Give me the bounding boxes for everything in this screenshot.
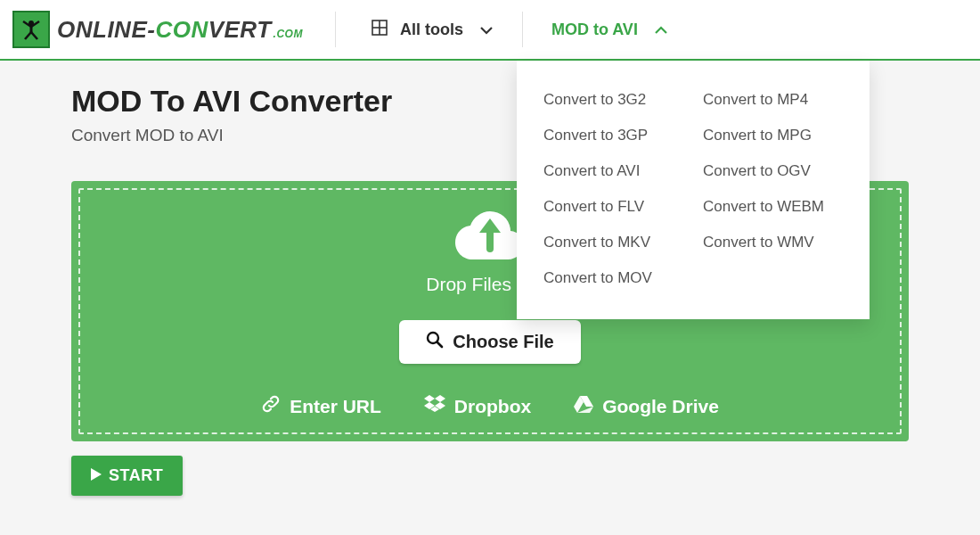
chevron-down-icon (479, 21, 494, 39)
dropdown-item[interactable]: Convert to AVI (543, 153, 685, 189)
svg-line-5 (31, 32, 37, 39)
google-drive-option[interactable]: Google Drive (574, 394, 719, 418)
logo-badge-icon (12, 11, 50, 48)
svg-line-11 (437, 342, 442, 347)
brand-suffix: .COM (274, 28, 303, 40)
svg-marker-20 (91, 468, 102, 481)
brand-part2: CON (155, 16, 208, 44)
svg-marker-12 (424, 395, 435, 402)
enter-url-option[interactable]: Enter URL (261, 394, 381, 418)
brand-wordmark: ONLINE- CON VERT .COM (57, 16, 303, 44)
nav-divider (522, 12, 523, 47)
enter-url-label: Enter URL (290, 396, 381, 417)
dropdown-item[interactable]: Convert to MP4 (703, 82, 845, 118)
dropbox-icon (424, 395, 445, 417)
play-icon (91, 466, 102, 485)
dropdown-item[interactable]: Convert to 3GP (543, 118, 685, 153)
search-icon (426, 331, 444, 353)
svg-line-4 (25, 32, 31, 39)
dropdown-item[interactable]: Convert to WMV (703, 225, 845, 260)
dropdown-item[interactable]: Convert to OGV (703, 153, 845, 189)
nav-all-tools-label: All tools (400, 21, 463, 39)
choose-file-label: Choose File (453, 332, 553, 352)
chevron-up-icon (654, 21, 668, 39)
start-label: START (109, 466, 163, 485)
google-drive-label: Google Drive (602, 396, 719, 417)
nav-all-tools[interactable]: All tools (352, 0, 513, 59)
start-button[interactable]: START (71, 456, 183, 496)
converter-dropdown: Convert to 3G2 Convert to 3GP Convert to… (517, 61, 870, 319)
nav-current-converter[interactable]: MOD to AVI (532, 0, 688, 59)
brand-logo[interactable]: ONLINE- CON VERT .COM (0, 0, 303, 59)
grid-icon (372, 20, 388, 40)
source-options: Enter URL Dropbox (71, 394, 909, 418)
google-drive-icon (574, 395, 593, 417)
dropdown-item[interactable]: Convert to MKV (543, 225, 685, 260)
dropdown-column: Convert to 3G2 Convert to 3GP Convert to… (543, 82, 685, 296)
dropdown-item[interactable]: Convert to 3G2 (543, 82, 685, 118)
brand-part3: VERT (208, 16, 272, 44)
top-nav: ONLINE- CON VERT .COM All tools MOD to A… (0, 0, 980, 61)
dropdown-item[interactable]: Convert to MOV (543, 260, 685, 296)
link-icon (261, 394, 281, 418)
brand-part1: ONLINE- (57, 16, 155, 44)
dropdown-item[interactable]: Convert to WEBM (703, 189, 845, 225)
nav-divider (335, 12, 336, 47)
dropdown-item[interactable]: Convert to MPG (703, 118, 845, 153)
svg-marker-13 (435, 395, 445, 402)
choose-file-button[interactable]: Choose File (399, 320, 580, 364)
nav-current-label: MOD to AVI (551, 21, 638, 39)
dropdown-column: Convert to MP4 Convert to MPG Convert to… (703, 82, 845, 296)
dropbox-label: Dropbox (454, 396, 531, 417)
dropbox-option[interactable]: Dropbox (424, 394, 531, 418)
dropdown-item[interactable]: Convert to FLV (543, 189, 685, 225)
